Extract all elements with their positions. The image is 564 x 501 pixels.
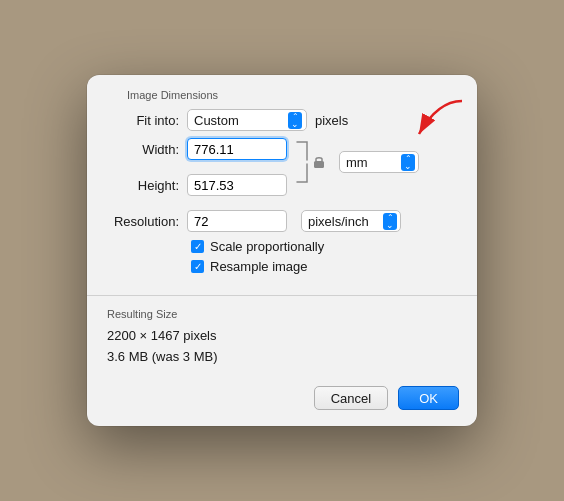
resample-image-label: Resample image <box>210 259 308 274</box>
button-row: Cancel OK <box>87 378 477 426</box>
unit-mm-value: mm <box>346 155 398 170</box>
height-input[interactable] <box>187 174 287 196</box>
fit-into-select[interactable]: Custom <box>187 109 307 131</box>
scale-proportionally-checkbox[interactable] <box>191 240 204 253</box>
width-input[interactable] <box>187 138 287 160</box>
fit-into-label: Fit into: <box>107 113 187 128</box>
scale-proportionally-row[interactable]: Scale proportionally <box>107 239 457 254</box>
pixels-label: pixels <box>315 113 348 128</box>
pixels-inch-value: pixels/inch <box>308 214 380 229</box>
height-label: Height: <box>107 178 187 193</box>
pixels-inch-select[interactable]: pixels/inch <box>301 210 401 232</box>
scale-proportionally-label: Scale proportionally <box>210 239 324 254</box>
resolution-label: Resolution: <box>107 214 187 229</box>
result-mb: 3.6 MB (was 3 MB) <box>107 349 457 364</box>
resulting-size-section: Resulting Size 2200 × 1467 pixels 3.6 MB… <box>87 296 477 378</box>
pixels-inch-chevron-icon <box>383 213 397 230</box>
image-dimensions-section: Image Dimensions Fit into: Custom pixels… <box>87 75 477 295</box>
fit-into-value: Custom <box>194 113 285 128</box>
lock-icon <box>312 155 326 169</box>
resolution-row: Resolution: pixels/inch <box>107 210 457 232</box>
svg-rect-0 <box>314 161 324 168</box>
result-pixels: 2200 × 1467 pixels <box>107 328 457 343</box>
fit-into-chevron-icon <box>288 112 302 129</box>
width-label: Width: <box>107 142 187 157</box>
image-dimensions-header: Image Dimensions <box>107 75 457 109</box>
lock-bracket-icon <box>295 140 309 184</box>
unit-mm-chevron-icon <box>401 154 415 171</box>
ok-button[interactable]: OK <box>398 386 459 410</box>
image-dimensions-dialog: Image Dimensions Fit into: Custom pixels… <box>87 75 477 426</box>
resample-image-row[interactable]: Resample image <box>107 259 457 274</box>
cancel-button[interactable]: Cancel <box>314 386 388 410</box>
fit-into-row: Fit into: Custom pixels <box>107 109 457 131</box>
resample-image-checkbox[interactable] <box>191 260 204 273</box>
unit-mm-select[interactable]: mm <box>339 151 419 173</box>
resulting-size-label: Resulting Size <box>107 308 457 320</box>
resolution-input[interactable] <box>187 210 287 232</box>
